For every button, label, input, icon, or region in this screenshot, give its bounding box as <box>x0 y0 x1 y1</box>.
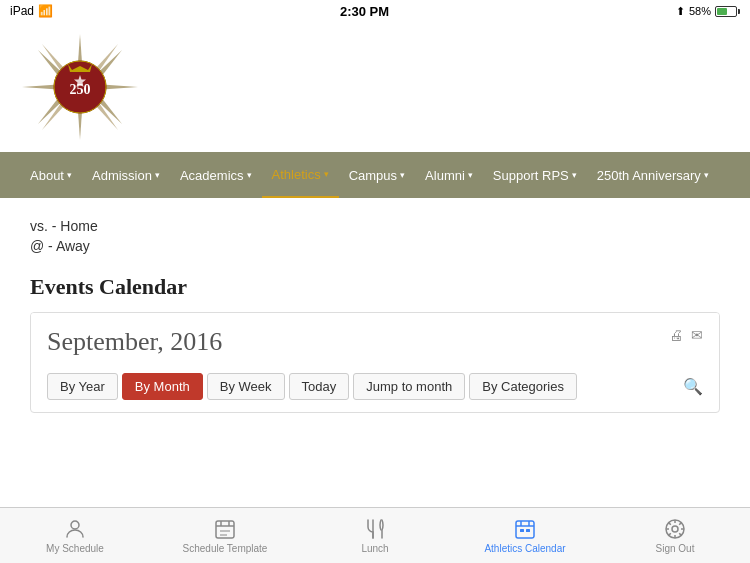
calendar-search[interactable]: 🔍 <box>683 377 703 396</box>
tab-label-lunch: Lunch <box>361 543 388 554</box>
location-icon: ⬆ <box>676 5 685 18</box>
nav-item-academics[interactable]: Academics ▾ <box>170 154 262 197</box>
tab-label-my-schedule: My Schedule <box>46 543 104 554</box>
calendar-box: September, 2016 🖨 ✉ By Year By Month By … <box>30 312 720 413</box>
nav-label-alumni: Alumni <box>425 168 465 183</box>
nav-label-anniversary: 250th Anniversary <box>597 168 701 183</box>
device-label: iPad <box>10 4 34 18</box>
svg-line-36 <box>669 523 671 525</box>
wifi-icon: 📶 <box>38 4 53 18</box>
print-icon[interactable]: 🖨 <box>669 328 683 344</box>
tab-label-sign-out: Sign Out <box>656 543 695 554</box>
tab-my-schedule[interactable]: My Schedule <box>0 513 150 558</box>
battery-percent: 58% <box>689 5 711 17</box>
svg-line-39 <box>669 533 671 535</box>
calendar-month: September, 2016 <box>47 327 222 357</box>
by-year-button[interactable]: By Year <box>47 373 118 400</box>
school-logo: 250 <box>20 32 140 142</box>
nav-item-admission[interactable]: Admission ▾ <box>82 154 170 197</box>
lunch-icon <box>363 517 387 541</box>
nav-label-campus: Campus <box>349 168 397 183</box>
athletics-calendar-icon <box>513 517 537 541</box>
logo-area: 250 <box>0 22 750 152</box>
status-right: ⬆ 58% <box>676 5 740 18</box>
chevron-admission-icon: ▾ <box>155 170 160 180</box>
events-title: Events Calendar <box>30 274 720 300</box>
chevron-campus-icon: ▾ <box>400 170 405 180</box>
svg-point-17 <box>71 521 79 529</box>
svg-rect-24 <box>516 521 534 538</box>
nav-item-athletics[interactable]: Athletics ▾ <box>262 153 339 198</box>
time-display: 2:30 PM <box>340 4 389 19</box>
chevron-academics-icon: ▾ <box>247 170 252 180</box>
calendar-action-icons: 🖨 ✉ <box>669 327 703 344</box>
tab-lunch[interactable]: Lunch <box>300 513 450 558</box>
by-categories-button[interactable]: By Categories <box>469 373 577 400</box>
nav-item-support[interactable]: Support RPS ▾ <box>483 154 587 197</box>
tab-sign-out[interactable]: Sign Out <box>600 513 750 558</box>
calendar-header: September, 2016 🖨 ✉ <box>31 313 719 365</box>
svg-rect-29 <box>526 529 530 532</box>
home-schedule: vs. - Home <box>30 218 720 234</box>
svg-point-31 <box>672 526 678 532</box>
svg-rect-28 <box>520 529 524 532</box>
nav-item-alumni[interactable]: Alumni ▾ <box>415 154 483 197</box>
battery-icon <box>715 6 740 17</box>
by-week-button[interactable]: By Week <box>207 373 285 400</box>
tab-label-schedule-template: Schedule Template <box>183 543 268 554</box>
today-button[interactable]: Today <box>289 373 350 400</box>
away-schedule: @ - Away <box>30 238 720 254</box>
svg-line-37 <box>679 533 681 535</box>
status-left: iPad 📶 <box>10 4 53 18</box>
chevron-athletics-icon: ▾ <box>324 169 329 179</box>
chevron-support-icon: ▾ <box>572 170 577 180</box>
nav-item-campus[interactable]: Campus ▾ <box>339 154 415 197</box>
schedule-info: vs. - Home @ - Away <box>30 218 720 254</box>
search-icon[interactable]: 🔍 <box>683 378 703 395</box>
nav-label-admission: Admission <box>92 168 152 183</box>
schedule-template-icon <box>213 517 237 541</box>
content-area: vs. - Home @ - Away Events Calendar Sept… <box>0 198 750 433</box>
my-schedule-icon <box>63 517 87 541</box>
jump-to-month-button[interactable]: Jump to month <box>353 373 465 400</box>
nav-label-academics: Academics <box>180 168 244 183</box>
svg-line-38 <box>679 523 681 525</box>
nav-label-about: About <box>30 168 64 183</box>
nav-label-athletics: Athletics <box>272 167 321 182</box>
tab-bar: My Schedule Schedule Template Lunch <box>0 507 750 563</box>
chevron-about-icon: ▾ <box>67 170 72 180</box>
nav-bar: About ▾ Admission ▾ Academics ▾ Athletic… <box>0 152 750 198</box>
chevron-alumni-icon: ▾ <box>468 170 473 180</box>
nav-label-support: Support RPS <box>493 168 569 183</box>
sign-out-icon <box>663 517 687 541</box>
nav-item-anniversary[interactable]: 250th Anniversary ▾ <box>587 154 719 197</box>
calendar-controls: By Year By Month By Week Today Jump to m… <box>31 365 719 412</box>
status-bar: iPad 📶 2:30 PM ⬆ 58% <box>0 0 750 22</box>
tab-schedule-template[interactable]: Schedule Template <box>150 513 300 558</box>
email-icon[interactable]: ✉ <box>691 327 703 344</box>
nav-item-about[interactable]: About ▾ <box>20 154 82 197</box>
tab-athletics-calendar[interactable]: Athletics Calendar <box>450 513 600 558</box>
by-month-button[interactable]: By Month <box>122 373 203 400</box>
chevron-anniversary-icon: ▾ <box>704 170 709 180</box>
events-section: Events Calendar September, 2016 🖨 ✉ By Y… <box>30 274 720 413</box>
tab-label-athletics-calendar: Athletics Calendar <box>484 543 565 554</box>
